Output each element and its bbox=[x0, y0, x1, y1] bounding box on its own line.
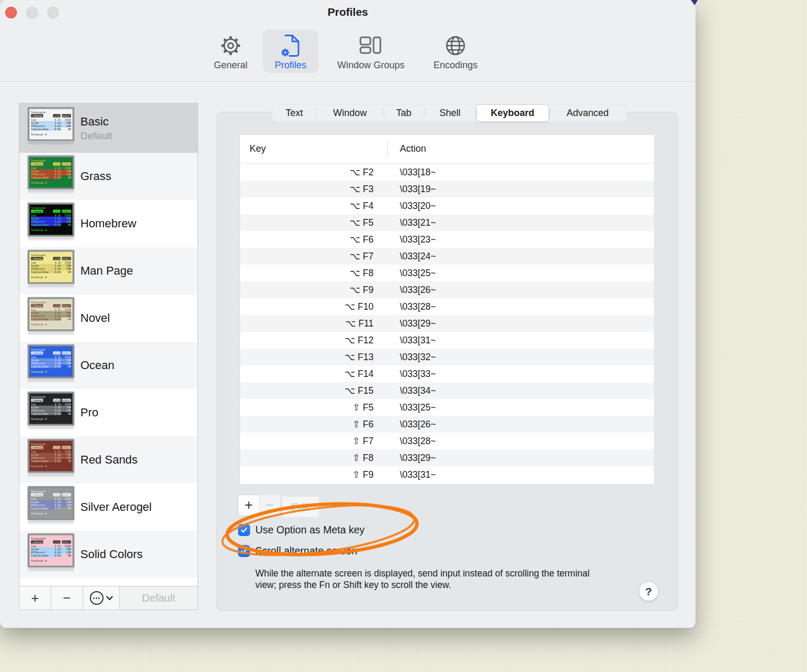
use-option-as-meta-key-checkbox[interactable] bbox=[238, 524, 250, 536]
thumb-title: Terminal# bbox=[31, 301, 71, 304]
toolbar-item-encodings[interactable]: Encodings bbox=[425, 30, 487, 73]
action-cell: \033[25~ bbox=[387, 268, 436, 279]
sidebar-profile-row-solid-colors[interactable]: Terminal# COMMAND %CPU RPRVT top4.1%231K… bbox=[19, 531, 198, 578]
profile-action-menu-button[interactable] bbox=[83, 586, 120, 610]
column-separator bbox=[387, 141, 388, 156]
thumb-title: Terminal# bbox=[31, 254, 71, 257]
scroll-alternate-screen-label: Scroll alternate screen bbox=[255, 545, 357, 557]
remove-profile-button[interactable]: − bbox=[51, 586, 83, 610]
keybinding-row[interactable]: ⇧ F6 \033[26~ bbox=[240, 416, 654, 433]
profile-thumbnail: Terminal# COMMAND %CPU RPRVT top4.1%231K… bbox=[28, 203, 74, 242]
sidebar-profile-row-novel[interactable]: Terminal# COMMAND %CPU RPRVT top4.1%231K… bbox=[19, 295, 198, 342]
toolbar-label-window-groups: Window Groups bbox=[337, 60, 405, 71]
tab-window[interactable]: Window bbox=[316, 104, 384, 122]
thumb-cell: 4M bbox=[61, 270, 71, 274]
action-cell: \033[19~ bbox=[387, 184, 436, 195]
keybinding-row[interactable]: ⌥ F12 \033[31~ bbox=[240, 332, 654, 349]
key-cell: ⌥ F9 bbox=[240, 285, 387, 296]
scroll-alternate-screen-checkbox[interactable] bbox=[238, 545, 250, 557]
thumb-prompt: Terminal # bbox=[31, 512, 71, 515]
tab-tab[interactable]: Tab bbox=[384, 104, 424, 122]
key-cell: ⌥ F11 bbox=[240, 318, 387, 329]
thumb-reflection bbox=[28, 238, 74, 242]
keybinding-row[interactable]: ⌥ F10 \033[28~ bbox=[240, 298, 654, 315]
add-profile-button[interactable]: + bbox=[19, 586, 51, 610]
profile-name: Novel bbox=[80, 311, 110, 325]
thumb-title: Terminal# bbox=[31, 348, 71, 351]
chevron-down-icon bbox=[106, 596, 113, 601]
action-cell: \033[29~ bbox=[387, 318, 436, 329]
action-cell: \033[18~ bbox=[387, 167, 436, 178]
thumb-cpu-chip: %CPU bbox=[53, 304, 60, 308]
keybinding-row[interactable]: ⌥ F7 \033[24~ bbox=[240, 248, 654, 265]
profile-thumbnail: Terminal# COMMAND %CPU RPRVT top4.1%231K… bbox=[28, 156, 74, 194]
tab-advanced[interactable]: Advanced bbox=[549, 104, 626, 122]
thumb-mem-chip: RPRVT bbox=[62, 163, 71, 166]
sidebar-profile-row-man-page[interactable]: Terminal# COMMAND %CPU RPRVT top4.1%231K… bbox=[19, 247, 198, 295]
set-default-button[interactable]: Default bbox=[120, 586, 198, 610]
help-button[interactable]: ? bbox=[639, 582, 658, 601]
sidebar-profile-row-silver-aerogel[interactable]: Terminal# COMMAND %CPU RPRVT top4.1%231K… bbox=[19, 484, 198, 531]
edit-key-button[interactable]: Edit bbox=[282, 496, 319, 518]
keybinding-row[interactable]: ⌥ F5 \033[21~ bbox=[240, 214, 654, 231]
sidebar-profile-row-red-sands[interactable]: Terminal# COMMAND %CPU RPRVT top4.1%231K… bbox=[19, 436, 198, 484]
thumb-cell: 0.0% bbox=[53, 223, 61, 226]
thumb-reflection bbox=[28, 427, 74, 430]
add-key-button[interactable]: + bbox=[238, 495, 260, 516]
profile-thumbnail: Terminal# COMMAND %CPU RPRVT top4.1%231K… bbox=[28, 392, 74, 430]
gear-icon bbox=[219, 33, 242, 59]
toolbar-item-general[interactable]: General bbox=[206, 30, 255, 73]
thumb-command-chip: COMMAND bbox=[31, 399, 43, 402]
keybinding-row[interactable]: ⌥ F13 \033[32~ bbox=[240, 349, 654, 365]
thumb-title: Terminal# bbox=[31, 159, 71, 162]
tab-text[interactable]: Text bbox=[272, 104, 316, 122]
keybinding-row[interactable]: ⌥ F11 \033[29~ bbox=[240, 315, 654, 332]
thumb-cell: 4M bbox=[61, 128, 71, 131]
tab-shell[interactable]: Shell bbox=[424, 104, 476, 122]
thumb-prompt: Terminal # bbox=[31, 559, 71, 562]
keybinding-row[interactable]: ⌥ F6 \033[23~ bbox=[240, 231, 654, 248]
thumb-title: Terminal# bbox=[31, 395, 71, 398]
thumb-mem-chip: RPRVT bbox=[62, 114, 71, 118]
toolbar-item-profiles[interactable]: Profiles bbox=[263, 30, 318, 73]
thumb-command-chip: COMMAND bbox=[31, 163, 43, 166]
sidebar-profile-row-grass[interactable]: Terminal# COMMAND %CPU RPRVT top4.1%231K… bbox=[19, 153, 198, 200]
thumb-prompt: Terminal # bbox=[31, 133, 71, 136]
keybinding-row[interactable]: ⌥ F8 \033[25~ bbox=[240, 265, 654, 281]
keybinding-row[interactable]: ⇧ F5 \033[25~ bbox=[240, 399, 654, 416]
toolbar-label-general: General bbox=[214, 60, 247, 71]
column-header-key: Key bbox=[240, 143, 266, 154]
keybinding-row[interactable]: ⇧ F9 \033[31~ bbox=[240, 466, 654, 483]
tab-label: Advanced bbox=[566, 108, 608, 119]
tab-keyboard[interactable]: Keyboard bbox=[476, 104, 549, 122]
thumb-cell: 4M bbox=[61, 554, 71, 557]
thumb-cell: loginwindow bbox=[31, 128, 53, 131]
sidebar-profile-row-pro[interactable]: Terminal# COMMAND %CPU RPRVT top4.1%231K… bbox=[19, 389, 198, 436]
thumb-cpu-chip: %CPU bbox=[53, 163, 60, 166]
key-cell: ⌥ F2 bbox=[240, 167, 387, 178]
thumb-cell: loginwindow bbox=[31, 554, 53, 557]
thumb-prompt: Terminal # bbox=[31, 417, 71, 421]
checkmark-icon bbox=[240, 547, 249, 555]
keybinding-row[interactable]: ⌥ F9 \033[26~ bbox=[240, 281, 654, 298]
keybinding-row[interactable]: ⌥ F2 \033[18~ bbox=[240, 164, 654, 181]
sidebar-profile-row-homebrew[interactable]: Terminal# COMMAND %CPU RPRVT top4.1%231K… bbox=[19, 200, 198, 247]
keybinding-row[interactable]: ⌥ F15 \033[34~ bbox=[240, 382, 654, 399]
toolbar-item-window-groups[interactable]: Window Groups bbox=[327, 30, 415, 73]
profile-thumbnail: Terminal# COMMAND %CPU RPRVT top4.1%231K… bbox=[28, 345, 74, 383]
profile-settings-panel: Key Action ⌥ F2 \033[18~ ⌥ F3 \033[19~ ⌥… bbox=[216, 112, 678, 611]
key-cell: ⌥ F13 bbox=[240, 352, 387, 363]
keybinding-row[interactable]: ⇧ F7 \033[28~ bbox=[240, 433, 654, 449]
sidebar-profile-row-ocean[interactable]: Terminal# COMMAND %CPU RPRVT top4.1%231K… bbox=[19, 342, 198, 389]
keybinding-row[interactable]: ⌥ F4 \033[20~ bbox=[240, 197, 654, 214]
thumb-cpu-chip: %CPU bbox=[53, 399, 60, 402]
keybinding-row[interactable]: ⌥ F14 \033[33~ bbox=[240, 365, 654, 382]
thumb-mem-chip: RPRVT bbox=[62, 541, 71, 544]
ellipsis-icon bbox=[90, 591, 104, 605]
keybinding-row[interactable]: ⇧ F8 \033[29~ bbox=[240, 449, 654, 466]
remove-key-button[interactable]: − bbox=[259, 495, 281, 516]
sidebar-profile-row-basic[interactable]: Terminal# COMMAND %CPU RPRVT top4.1%231K… bbox=[19, 103, 198, 153]
keybinding-row[interactable]: ⌥ F3 \033[19~ bbox=[240, 181, 654, 197]
thumb-cell: 0.0% bbox=[53, 176, 61, 179]
tab-label: Text bbox=[285, 108, 303, 119]
